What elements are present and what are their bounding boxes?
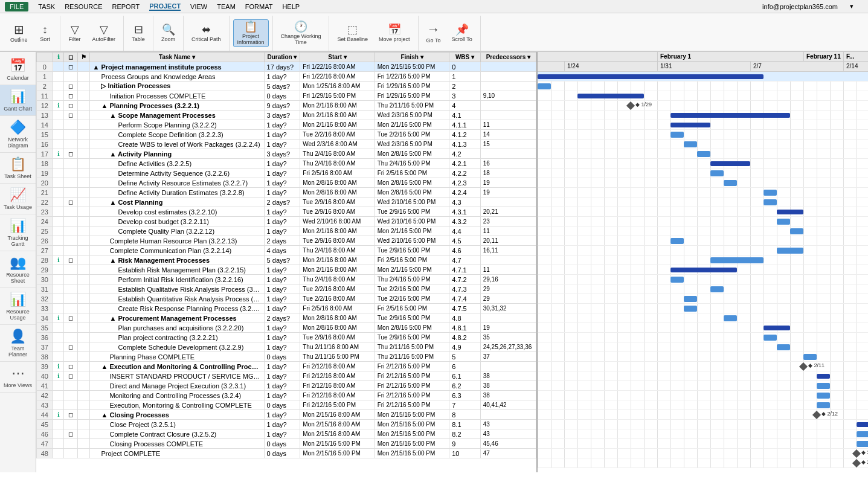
task-name-17[interactable]: ▲ Activity Planning bbox=[90, 149, 264, 159]
move-project-button[interactable]: 📅 Move project bbox=[375, 22, 414, 44]
task-name-47[interactable]: Closing Processes COMPLETE bbox=[90, 439, 264, 449]
task-name-42[interactable]: Monitoring and Controlling Processes (3.… bbox=[90, 391, 264, 400]
task-name-1[interactable]: Process Groups and Knowledge Areas bbox=[90, 72, 264, 82]
task-name-19[interactable]: Determine Activity Sequence (3.2.2.6) bbox=[90, 169, 264, 178]
sidebar-item-tracking-gantt[interactable]: 📊 Tracking Gantt bbox=[0, 214, 36, 251]
task-name-36[interactable]: Plan project contracting (3.2.2.21) bbox=[90, 333, 264, 342]
task-name-33[interactable]: Create Risk Response Planning Process (3… bbox=[90, 304, 264, 313]
task-name-0[interactable]: ▲ Project management institute process bbox=[90, 62, 264, 72]
menu-resource[interactable]: RESOURCE bbox=[65, 3, 102, 10]
row-flag-45 bbox=[77, 420, 90, 429]
col-header-finish[interactable]: Finish ▾ bbox=[375, 53, 449, 62]
finish-34: Tue 2/9/16 5:00 PM bbox=[375, 313, 449, 323]
menu-format[interactable]: FORMAT bbox=[245, 3, 273, 10]
row-mode-46: ◻ bbox=[64, 429, 78, 439]
gantt-area[interactable]: February 1February 11F... 1/241/312/72/1… bbox=[538, 52, 868, 472]
task-name-27[interactable]: Complete Communication Plan (3.2.2.14) bbox=[90, 246, 264, 255]
task-name-25[interactable]: Complete Quality Plan (3.2.2.12) bbox=[90, 226, 264, 236]
task-name-31[interactable]: Establish Qualitative Risk Analysis Proc… bbox=[90, 284, 264, 294]
menu-help[interactable]: HELP bbox=[282, 3, 300, 10]
task-name-38[interactable]: Planning Phase COMPLETE bbox=[90, 352, 264, 362]
sidebar-item-resource-sheet[interactable]: 👥 Resource Sheet bbox=[0, 251, 36, 288]
task-name-16[interactable]: Create WBS to level of Work Packages (3.… bbox=[90, 140, 264, 149]
task-name-35[interactable]: Plan purchases and acquisitions (3.2.2.2… bbox=[90, 323, 264, 333]
start-47: Mon 2/15/16 5:00 PM bbox=[300, 439, 375, 449]
task-name-40[interactable]: INSERT STANDARD PRODUCT / SERVICE MGMT L… bbox=[90, 371, 264, 381]
task-name-34[interactable]: ▲ Procurement Management Processes bbox=[90, 313, 264, 323]
sidebar-item-team-planner[interactable]: 👤 Team Planner bbox=[0, 325, 36, 362]
start-40: Fri 2/12/16 8:00 AM bbox=[300, 371, 375, 381]
pred-20: 19 bbox=[480, 178, 536, 188]
gantt-bar-24 bbox=[790, 228, 803, 234]
finish-47: Mon 2/15/16 5:00 PM bbox=[375, 439, 449, 449]
zoom-label: Zoom bbox=[161, 36, 175, 42]
zoom-button[interactable]: 🔍 Zoom bbox=[157, 22, 179, 44]
sidebar-item-task-usage[interactable]: 📈 Task Usage bbox=[0, 184, 36, 214]
col-header-predecessors[interactable]: Predecessors ▾ bbox=[480, 53, 536, 62]
outline-button[interactable]: ⊞ Outline bbox=[6, 22, 32, 45]
task-name-46[interactable]: Complete Contract Closure (3.2.5.2) bbox=[90, 429, 264, 439]
menu-file[interactable]: FILE bbox=[5, 2, 28, 11]
task-name-24[interactable]: Develop cost budget (3.2.2.11) bbox=[90, 217, 264, 226]
sidebar-item-network-diagram[interactable]: 🔷 Network Diagram bbox=[0, 116, 36, 153]
task-name-43[interactable]: Execution, Monitoring & Controlling COMP… bbox=[90, 400, 264, 410]
menu-view[interactable]: VIEW bbox=[190, 3, 207, 10]
finish-18: Thu 2/4/16 5:00 PM bbox=[375, 159, 449, 169]
menu-team[interactable]: TEAM bbox=[217, 3, 236, 10]
gantt-row-38: ◆ 2/11 bbox=[538, 362, 868, 371]
task-name-41[interactable]: Direct and Manage Project Execution (3.2… bbox=[90, 381, 264, 391]
set-baseline-button[interactable]: ⬚ Set Baseline bbox=[333, 22, 372, 44]
menu-project[interactable]: PROJECT bbox=[149, 2, 181, 11]
sort-button[interactable]: ↕ Sort bbox=[34, 22, 56, 44]
go-to-button[interactable]: → Go To bbox=[422, 21, 445, 45]
task-table-wrapper[interactable]: ℹ ◻ ⚑ Task Name ▾ Duration ▾ Start ▾ Fin… bbox=[36, 52, 538, 472]
table-button[interactable]: ⊟ Table bbox=[127, 22, 149, 44]
sidebar-item-gantt-chart[interactable]: 📊 Gantt Chart bbox=[0, 85, 36, 116]
row-info-16 bbox=[53, 140, 64, 149]
task-name-39[interactable]: ▲ Execution and Monitoring & Controlling… bbox=[90, 362, 264, 371]
col-header-duration[interactable]: Duration ▾ bbox=[264, 53, 300, 62]
sidebar-item-task-sheet[interactable]: 📋 Task Sheet bbox=[0, 153, 36, 184]
task-name-29[interactable]: Establish Risk Management Plan (3.2.2.15… bbox=[90, 265, 264, 275]
col-header-wbs[interactable]: WBS ▾ bbox=[449, 53, 480, 62]
account-chevron[interactable]: ▾ bbox=[850, 2, 854, 10]
task-name-18[interactable]: Define Activities (3.2.2.5) bbox=[90, 159, 264, 169]
task-name-28[interactable]: ▲ Risk Management Processes bbox=[90, 255, 264, 265]
sidebar-item-more-views[interactable]: ⋯ More Views bbox=[0, 362, 36, 393]
task-name-30[interactable]: Perform Initial Risk Identification (3.2… bbox=[90, 275, 264, 284]
col-header-start[interactable]: Start ▾ bbox=[300, 53, 375, 62]
task-name-48[interactable]: Project COMPLETE bbox=[90, 449, 264, 458]
task-name-12[interactable]: ▲ Planning Processes (3.2.2.1) bbox=[90, 101, 264, 111]
task-name-20[interactable]: Define Activity Resource Estimates (3.2.… bbox=[90, 178, 264, 188]
task-name-45[interactable]: Close Project (3.2.5.1) bbox=[90, 420, 264, 429]
task-name-23[interactable]: Develop cost estimates (3.2.2.10) bbox=[90, 207, 264, 217]
task-name-2[interactable]: ▷ Initiation Processes bbox=[90, 82, 264, 91]
gantt-row-37 bbox=[538, 352, 868, 362]
task-name-26[interactable]: Complete Human Resource Plan (3.2.2.13) bbox=[90, 236, 264, 246]
menu-task[interactable]: TASK bbox=[38, 3, 55, 10]
scroll-to-button[interactable]: 📌 Scroll To bbox=[447, 22, 476, 44]
critical-path-button[interactable]: ⬌ Critical Path bbox=[187, 22, 225, 44]
col-header-taskname[interactable]: Task Name ▾ bbox=[90, 53, 264, 62]
task-name-13[interactable]: ▲ Scope Management Processes bbox=[90, 111, 264, 120]
project-info-button[interactable]: 📋 ProjectInformation bbox=[233, 19, 269, 47]
task-name-37[interactable]: Complete Schedule Development (3.2.2.9) bbox=[90, 342, 264, 352]
sidebar-item-resource-usage[interactable]: 📊 Resource Usage bbox=[0, 288, 36, 325]
ribbon-group-table: ⊟ Table bbox=[124, 16, 153, 51]
ribbon-group-baseline: ⬚ Set Baseline 📅 Move project bbox=[329, 16, 418, 51]
task-name-11[interactable]: Initiation Processes COMPLETE bbox=[90, 91, 264, 101]
gantt-bar-18 bbox=[710, 170, 724, 176]
task-name-15[interactable]: Complete Scope Definition (3.2.2.3) bbox=[90, 130, 264, 140]
row-info-23 bbox=[53, 207, 64, 217]
autofilter-button[interactable]: ▽ AutoFilter bbox=[88, 22, 120, 44]
task-name-22[interactable]: ▲ Cost Planning bbox=[90, 197, 264, 207]
sidebar-item-calendar[interactable]: 📅 Calendar bbox=[0, 54, 36, 85]
filter-button[interactable]: ▽ Filter bbox=[64, 22, 86, 44]
change-working-time-button[interactable]: 🕐 Change WorkingTime bbox=[277, 19, 326, 47]
task-name-21[interactable]: Define Activity Duration Estimates (3.2.… bbox=[90, 188, 264, 197]
task-name-44[interactable]: ▲ Closing Processes bbox=[90, 410, 264, 420]
menu-report[interactable]: REPORT bbox=[112, 3, 140, 10]
task-name-14[interactable]: Perform Scope Planning (3.2.2.2) bbox=[90, 120, 264, 130]
task-name-32[interactable]: Establish Quantitative Risk Analysis Pro… bbox=[90, 294, 264, 304]
pred-13 bbox=[480, 111, 536, 120]
